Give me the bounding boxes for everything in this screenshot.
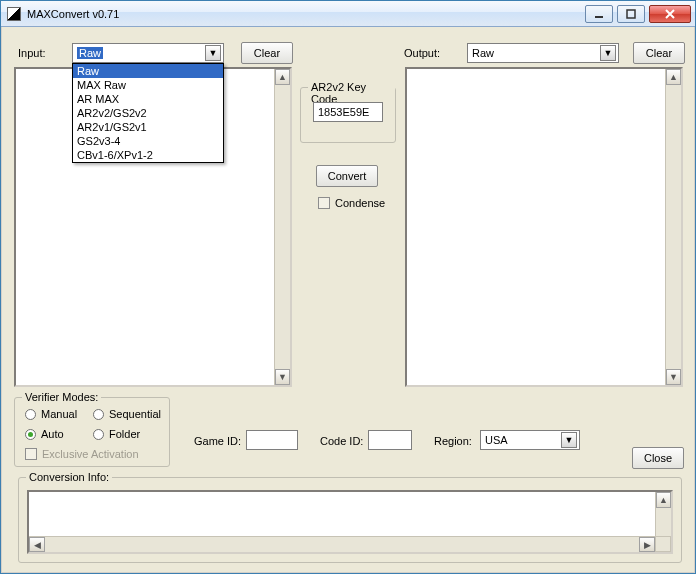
radio-icon (25, 429, 36, 440)
app-icon (7, 7, 21, 21)
input-scrollbar[interactable]: ▲ ▼ (274, 69, 290, 385)
input-format-select[interactable]: Raw ▼ (72, 43, 224, 63)
verifier-modes-group: Verifier Modes: Manual Sequential Auto F… (14, 397, 170, 467)
convert-button[interactable]: Convert (316, 165, 378, 187)
dropdown-option[interactable]: CBv1-6/XPv1-2 (73, 148, 223, 162)
window-title: MAXConvert v0.71 (27, 8, 585, 20)
chevron-down-icon[interactable]: ▼ (600, 45, 616, 61)
close-window-button[interactable] (649, 5, 691, 23)
dropdown-option[interactable]: AR MAX (73, 92, 223, 106)
keycode-group: AR2v2 Key Code 1853E59E (300, 87, 396, 143)
dropdown-option[interactable]: AR2v2/GS2v2 (73, 106, 223, 120)
region-select[interactable]: USA ▼ (480, 430, 580, 450)
scroll-left-icon[interactable]: ◀ (29, 537, 45, 552)
verifier-auto-radio[interactable]: Auto (25, 428, 64, 440)
svg-rect-0 (595, 16, 603, 18)
client-area: Input: Raw ▼ Raw MAX Raw AR MAX AR2v2/GS… (1, 27, 695, 573)
radio-icon (93, 429, 104, 440)
region-label: Region: (434, 435, 472, 447)
gameid-input[interactable] (246, 430, 298, 450)
condense-label: Condense (335, 197, 385, 209)
verifier-legend: Verifier Modes: (22, 391, 101, 403)
svg-rect-1 (627, 10, 635, 18)
conversion-info-group: Conversion Info: ▲ ▼ ◀ ▶ (18, 477, 682, 563)
radio-icon (93, 409, 104, 420)
convinfo-scrollbar-h[interactable]: ◀ ▶ (29, 536, 655, 552)
scroll-corner (655, 536, 671, 552)
maximize-button[interactable] (617, 5, 645, 23)
checkbox-icon (25, 448, 37, 460)
dropdown-option[interactable]: AR2v1/GS2v1 (73, 120, 223, 134)
scroll-right-icon[interactable]: ▶ (639, 537, 655, 552)
chevron-down-icon[interactable]: ▼ (205, 45, 221, 61)
verifier-sequential-radio[interactable]: Sequential (93, 408, 161, 420)
checkbox-icon (318, 197, 330, 209)
scroll-down-icon[interactable]: ▼ (275, 369, 290, 385)
exclusive-activation-checkbox: Exclusive Activation (25, 448, 139, 460)
radio-icon (25, 409, 36, 420)
clear-output-button[interactable]: Clear (633, 42, 685, 64)
dropdown-option[interactable]: MAX Raw (73, 78, 223, 92)
scroll-up-icon[interactable]: ▲ (275, 69, 290, 85)
output-format-value: Raw (472, 47, 494, 59)
keycode-input[interactable]: 1853E59E (313, 102, 383, 122)
chevron-down-icon[interactable]: ▼ (561, 432, 577, 448)
output-textarea[interactable]: ▲ ▼ (405, 67, 683, 387)
keycode-value: 1853E59E (318, 106, 369, 118)
input-format-dropdown[interactable]: Raw MAX Raw AR MAX AR2v2/GS2v2 AR2v1/GS2… (72, 63, 224, 163)
clear-input-button[interactable]: Clear (241, 42, 293, 64)
scroll-up-icon[interactable]: ▲ (666, 69, 681, 85)
codeid-label: Code ID: (320, 435, 363, 447)
scroll-up-icon[interactable]: ▲ (656, 492, 671, 508)
verifier-manual-label: Manual (41, 408, 77, 420)
verifier-folder-radio[interactable]: Folder (93, 428, 140, 440)
dropdown-option[interactable]: Raw (73, 64, 223, 78)
dropdown-option[interactable]: GS2v3-4 (73, 134, 223, 148)
region-value: USA (485, 434, 508, 446)
output-label: Output: (404, 47, 440, 59)
input-label: Input: (18, 47, 46, 59)
verifier-sequential-label: Sequential (109, 408, 161, 420)
conversion-info-legend: Conversion Info: (26, 471, 112, 483)
condense-checkbox[interactable]: Condense (318, 197, 385, 209)
codeid-input[interactable] (368, 430, 412, 450)
title-bar: MAXConvert v0.71 (1, 1, 695, 27)
minimize-button[interactable] (585, 5, 613, 23)
verifier-auto-label: Auto (41, 428, 64, 440)
app-window: MAXConvert v0.71 Input: Raw ▼ Raw MAX Ra… (0, 0, 696, 574)
verifier-folder-label: Folder (109, 428, 140, 440)
exclusive-activation-label: Exclusive Activation (42, 448, 139, 460)
conversion-info-textarea[interactable]: ▲ ▼ ◀ ▶ (27, 490, 673, 554)
gameid-label: Game ID: (194, 435, 241, 447)
output-scrollbar[interactable]: ▲ ▼ (665, 69, 681, 385)
verifier-manual-radio[interactable]: Manual (25, 408, 77, 420)
close-button[interactable]: Close (632, 447, 684, 469)
input-format-value: Raw (77, 47, 103, 59)
scroll-down-icon[interactable]: ▼ (666, 369, 681, 385)
output-format-select[interactable]: Raw ▼ (467, 43, 619, 63)
